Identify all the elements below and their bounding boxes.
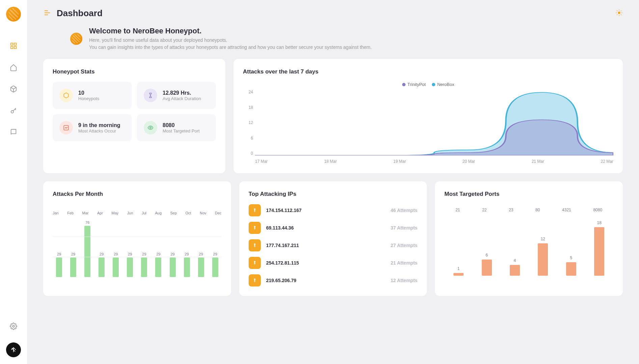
svg-line-12 xyxy=(617,10,617,11)
welcome-logo-icon xyxy=(70,33,82,45)
month-cat: Oct xyxy=(185,211,191,215)
stat-label: Most Attacks Occur xyxy=(78,128,120,133)
svg-point-19 xyxy=(150,127,151,129)
logo-icon xyxy=(6,7,21,22)
ip-attempts: 27 Attempts xyxy=(391,243,418,248)
port-value: 12 xyxy=(541,237,545,241)
nav-home[interactable] xyxy=(7,61,20,74)
bar-col: 29 xyxy=(209,252,222,277)
y-tick: 18 xyxy=(243,105,253,110)
port-col: 6 xyxy=(482,253,492,276)
legend-label: TrinityPot xyxy=(408,82,426,87)
ip-address: 177.74.167.211 xyxy=(266,243,299,248)
trend-icon xyxy=(59,121,73,134)
ip-row[interactable]: 177.74.167.211 27 Attempts xyxy=(249,239,418,251)
main-content: Dashboard Welcome to NeroBee Honeypot. H… xyxy=(27,0,639,364)
bar-value: 29 xyxy=(57,252,61,256)
nav-cube[interactable] xyxy=(7,82,20,96)
stat-box: 10 Honeypots xyxy=(53,82,132,109)
bar xyxy=(99,257,105,277)
bar xyxy=(141,257,147,277)
ports-title: Most Targeted Ports xyxy=(444,191,613,198)
attacks-7d-card: Attacks over the last 7 days TrinityPotN… xyxy=(233,59,623,173)
ip-row[interactable]: 219.65.206.79 12 Attempts xyxy=(249,274,418,286)
bar-value: 29 xyxy=(114,252,118,256)
stat-label: Honeypots xyxy=(78,96,99,101)
stat-box: 8080 Most Targeted Port xyxy=(137,114,216,141)
month-cat: Dec xyxy=(215,211,222,215)
bar xyxy=(84,226,90,277)
sidebar xyxy=(0,0,27,364)
month-cat: Jul xyxy=(142,211,146,215)
svg-point-9 xyxy=(618,11,620,14)
welcome-banner: Welcome to NeroBee Honeypot. Here, you'l… xyxy=(43,27,623,59)
book-icon xyxy=(10,128,17,136)
bar-col: 29 xyxy=(152,252,165,277)
svg-rect-0 xyxy=(11,43,13,45)
bar xyxy=(198,257,204,277)
theme-toggle-button[interactable] xyxy=(615,9,623,18)
port-value: 5 xyxy=(570,255,572,260)
ip-attempts: 21 Attempts xyxy=(391,260,418,266)
nav-book[interactable] xyxy=(7,125,20,139)
port-cat: 22 xyxy=(482,208,487,212)
bar xyxy=(127,257,133,277)
grid-icon xyxy=(10,42,17,50)
stat-label: Avg Attack Duration xyxy=(163,96,201,101)
port-value: 6 xyxy=(485,253,488,257)
bar-value: 29 xyxy=(142,252,146,256)
month-cat: Jan xyxy=(53,211,59,215)
menu-toggle-button[interactable] xyxy=(43,9,51,18)
stat-value: 9 in the morning xyxy=(78,122,120,128)
header: Dashboard xyxy=(43,8,623,19)
legend-item: TrinityPot xyxy=(402,82,426,87)
bar xyxy=(212,257,218,277)
bar xyxy=(184,257,190,277)
bar-value: 29 xyxy=(71,252,75,256)
pin-icon xyxy=(249,222,261,234)
stat-value: 8080 xyxy=(163,122,200,128)
bar-col: 29 xyxy=(95,252,108,277)
bar-value: 29 xyxy=(185,252,189,256)
port-bar xyxy=(453,273,464,276)
ip-row[interactable]: 69.113.44.36 37 Attempts xyxy=(249,222,418,234)
avatar-button[interactable] xyxy=(6,342,21,357)
stat-label: Most Targeted Port xyxy=(163,128,200,133)
port-cat: 21 xyxy=(455,208,460,212)
hourglass-icon xyxy=(144,89,157,102)
port-cat: 8080 xyxy=(593,208,602,212)
port-col: 5 xyxy=(566,255,576,276)
top-ips-card: Top Attacking IPs 174.154.112.167 46 Att… xyxy=(239,181,427,296)
bar xyxy=(70,257,76,277)
legend-item: NeroBox xyxy=(432,82,454,87)
svg-rect-3 xyxy=(14,47,16,49)
ip-row[interactable]: 254.172.81.115 21 Attempts xyxy=(249,257,418,269)
bar-col: 29 xyxy=(180,252,193,277)
ip-attempts: 12 Attempts xyxy=(391,278,418,283)
port-bar xyxy=(538,243,548,276)
port-value: 4 xyxy=(514,258,516,263)
stats-title: Honeypot Stats xyxy=(53,68,216,75)
x-tick: 17 Mar xyxy=(255,159,268,164)
bar-col: 29 xyxy=(138,252,150,277)
page-title: Dashboard xyxy=(57,8,103,19)
x-tick: 19 Mar xyxy=(393,159,406,164)
month-cat: Mar xyxy=(82,211,89,215)
nav-key[interactable] xyxy=(7,104,20,117)
x-tick: 20 Mar xyxy=(463,159,475,164)
port-bar xyxy=(566,262,576,276)
port-col: 4 xyxy=(510,258,520,276)
bar-value: 29 xyxy=(213,252,217,256)
nav-dashboard[interactable] xyxy=(7,39,20,53)
bar-value: 29 xyxy=(128,252,132,256)
month-cat: Aug xyxy=(155,211,162,215)
ip-row[interactable]: 174.154.112.167 46 Attempts xyxy=(249,204,418,216)
home-icon xyxy=(10,64,17,71)
month-cat: Nov xyxy=(200,211,206,215)
x-tick: 21 Mar xyxy=(532,159,544,164)
x-tick: 18 Mar xyxy=(324,159,337,164)
nav-settings[interactable] xyxy=(7,320,20,333)
month-cat: Feb xyxy=(67,211,74,215)
month-cat: Jun xyxy=(127,211,133,215)
eye-icon xyxy=(144,121,157,134)
